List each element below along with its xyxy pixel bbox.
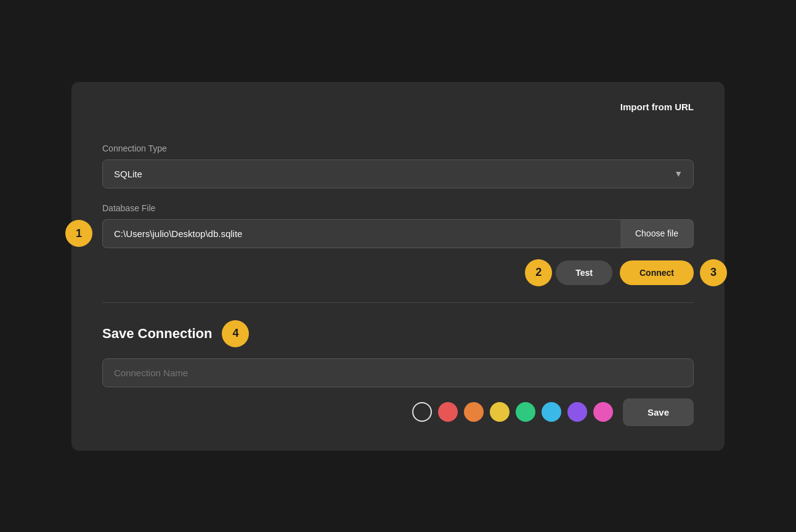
test-button[interactable]: Test xyxy=(556,260,612,285)
connection-type-wrapper: SQLite PostgreSQL MySQL MariaDB MSSQL ▼ xyxy=(102,159,694,188)
database-file-label: Database File xyxy=(102,203,694,213)
annotation-2: 2 xyxy=(525,259,552,286)
choose-file-button[interactable]: Choose file xyxy=(620,219,694,248)
color-swatch-orange[interactable] xyxy=(464,402,484,422)
color-swatch-teal[interactable] xyxy=(542,402,561,422)
connection-modal: Import from URL Connection Type SQLite P… xyxy=(71,82,725,451)
annotation-3: 3 xyxy=(700,259,727,286)
action-row: 2 Test Connect 3 xyxy=(102,260,694,285)
color-swatch-white[interactable] xyxy=(412,402,432,422)
connect-button[interactable]: Connect xyxy=(620,260,694,285)
import-from-url-link[interactable]: Import from URL xyxy=(620,102,694,112)
divider xyxy=(102,302,694,303)
save-connection-header: Save Connection 4 xyxy=(102,320,694,347)
color-swatch-pink[interactable] xyxy=(593,402,613,422)
color-swatch-yellow[interactable] xyxy=(490,402,510,422)
color-swatch-green[interactable] xyxy=(516,402,535,422)
connection-type-select[interactable]: SQLite PostgreSQL MySQL MariaDB MSSQL xyxy=(102,159,694,188)
file-input-row: Choose file xyxy=(102,219,694,248)
connection-type-label: Connection Type xyxy=(102,143,694,153)
connect-button-wrapper: Connect 3 xyxy=(620,260,694,285)
annotation-1: 1 xyxy=(65,220,92,247)
color-swatches xyxy=(412,402,613,422)
file-path-input[interactable] xyxy=(102,219,620,248)
database-file-section: Database File 1 Choose file xyxy=(102,203,694,248)
color-swatch-purple[interactable] xyxy=(567,402,587,422)
save-connection-title: Save Connection xyxy=(102,326,212,342)
color-and-save-row: Save xyxy=(102,398,694,426)
connection-type-section: Connection Type SQLite PostgreSQL MySQL … xyxy=(102,143,694,188)
color-swatch-red[interactable] xyxy=(438,402,458,422)
connection-name-input[interactable] xyxy=(102,358,694,387)
save-button[interactable]: Save xyxy=(623,398,694,426)
test-button-wrapper: 2 Test xyxy=(556,260,612,285)
annotation-4: 4 xyxy=(222,320,249,347)
file-input-wrapper: 1 Choose file xyxy=(102,219,694,248)
